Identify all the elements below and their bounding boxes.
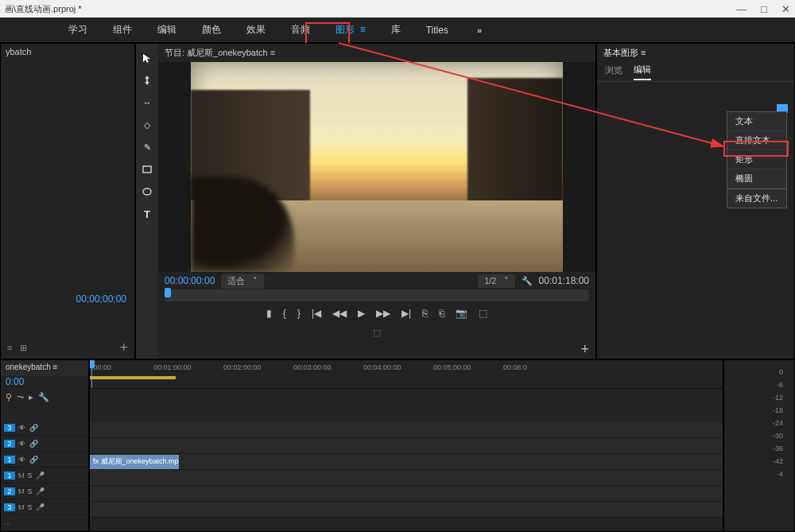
menu-item-vertical-text[interactable]: 直排文本: [727, 131, 786, 150]
program-tab[interactable]: 节目: 威尼斯_onekeybatch ≡: [158, 44, 595, 62]
ruler-tick: 00:02:00:00: [223, 363, 262, 371]
tl-tool-snap-icon[interactable]: ⚲: [6, 392, 12, 405]
track-a3-header[interactable]: 3MS🎤: [1, 499, 88, 515]
track-v1-header[interactable]: 1👁🔗: [1, 452, 88, 468]
export-frame-button[interactable]: 📷: [456, 308, 467, 319]
project-filename: 画\直线动画.prproj *: [5, 3, 82, 15]
track-v2-header[interactable]: 2👁🔗: [1, 436, 88, 452]
rotate-tool-icon[interactable]: ◇: [141, 118, 153, 131]
timeline-header-panel: onekeybatch ≡ 0:00 ⚲ ⤳ ▸ 🔧 3👁🔗 2👁🔗 1👁🔗 1…: [0, 359, 89, 532]
step-forward-button[interactable]: ▶▶: [376, 308, 390, 319]
grid-view-icon[interactable]: ⊞: [20, 343, 27, 353]
program-add-button[interactable]: +: [580, 341, 589, 358]
egp-edit-tab[interactable]: 编辑: [634, 64, 651, 80]
track-a2-row[interactable]: [90, 486, 723, 502]
list-view-icon[interactable]: ≡: [7, 343, 12, 352]
mark-out-button[interactable]: {: [283, 308, 286, 319]
safe-margins-icon[interactable]: ⬚: [373, 328, 381, 338]
rectangle-tool-icon[interactable]: [141, 163, 153, 176]
window-close-button[interactable]: ✕: [781, 3, 790, 15]
ruler-tick: 00:01:00:00: [153, 363, 192, 371]
eye-icon: 👁: [18, 456, 26, 464]
video-clip[interactable]: fx 威尼斯_onekeybatch.mp4: [90, 455, 179, 469]
track-v1-row[interactable]: fx 威尼斯_onekeybatch.mp4: [90, 454, 723, 470]
track-a1-row[interactable]: [90, 470, 723, 486]
workspace-assembly[interactable]: 组件: [100, 18, 145, 41]
program-timecode[interactable]: 00:00:00:00: [165, 275, 215, 286]
menu-item-from-file[interactable]: 来自文件...: [727, 188, 786, 208]
timeline-timecode[interactable]: 0:00: [1, 376, 88, 390]
workspace-effects[interactable]: 效果: [234, 18, 278, 41]
menu-item-ellipse[interactable]: 椭圆: [727, 169, 786, 188]
meter-label: -42: [773, 457, 783, 465]
mark-clip-button[interactable]: }: [297, 308, 301, 319]
sequence-tab[interactable]: onekeybatch ≡: [1, 360, 88, 376]
playback-resolution-dropdown[interactable]: 1/2 ˅: [478, 274, 514, 288]
meter-label: -24: [773, 419, 783, 427]
ruler-tick: :00:00: [91, 363, 111, 371]
workspace-libraries[interactable]: 库: [378, 18, 413, 41]
meter-label: -6: [777, 381, 783, 389]
mic-icon: 🎤: [36, 487, 45, 495]
timeline-tracks-panel[interactable]: :00:00 00:01:00:00 00:02:00:00 00:03:00:…: [89, 359, 723, 532]
ruler-tick: 00:04:00:00: [363, 363, 401, 371]
ruler-tick: 00:03:00:00: [293, 363, 332, 371]
tl-tool-settings-icon[interactable]: 🔧: [38, 392, 49, 405]
workspace-editing[interactable]: 编辑: [145, 18, 189, 41]
playhead-icon[interactable]: [165, 288, 171, 297]
graphics-toolbar: ↔ ◇ ✎ T: [136, 44, 158, 359]
program-scrubber[interactable]: [165, 289, 589, 301]
workspace-color[interactable]: 颜色: [189, 18, 234, 41]
window-maximize-button[interactable]: □: [761, 3, 767, 15]
workspace-learn[interactable]: 学习: [56, 18, 100, 41]
menu-item-text[interactable]: 文本: [727, 112, 786, 131]
vertical-select-tool-icon[interactable]: [141, 74, 153, 87]
pen-tool-icon[interactable]: ✎: [141, 141, 153, 153]
track-v2-row[interactable]: [90, 438, 723, 454]
text-tool-icon[interactable]: T: [141, 208, 153, 220]
egp-browse-tab[interactable]: 浏览: [605, 64, 622, 80]
window-minimize-button[interactable]: —: [736, 3, 747, 15]
step-back-button[interactable]: ◀◀: [332, 308, 347, 319]
source-panel-tab[interactable]: ybatch: [1, 44, 134, 61]
move-tool-icon[interactable]: ↔: [141, 96, 153, 109]
selection-tool-icon[interactable]: [141, 52, 153, 64]
mark-in-button[interactable]: ▮: [266, 308, 272, 319]
ruler-tick: 00:05:00:00: [433, 363, 471, 371]
go-to-in-button[interactable]: |◀: [312, 308, 321, 319]
source-timecode[interactable]: 00;00;00;00: [76, 293, 126, 305]
meter-label: -4: [777, 470, 783, 478]
play-button[interactable]: ▶: [358, 308, 365, 319]
ellipse-tool-icon[interactable]: [141, 185, 153, 198]
track-a3-row[interactable]: [90, 502, 723, 518]
meter-label: -18: [773, 406, 783, 414]
ruler-tick: 00:06:0: [503, 363, 527, 371]
track-v3-header[interactable]: 3👁🔗: [1, 420, 88, 436]
tl-tool-marker-icon[interactable]: ▸: [29, 392, 33, 405]
settings-wrench-icon[interactable]: 🔧: [522, 276, 533, 286]
track-master-header[interactable]: ···: [1, 515, 88, 531]
insert-button[interactable]: ⬚: [479, 308, 487, 319]
timeline-ruler[interactable]: :00:00 00:01:00:00 00:02:00:00 00:03:00:…: [90, 360, 723, 389]
track-a2-header[interactable]: 2MS🎤: [1, 483, 88, 499]
new-item-button[interactable]: +: [119, 340, 128, 356]
extract-button[interactable]: ⎗: [439, 308, 444, 319]
workspace-bar: 学习 组件 编辑 颜色 效果 音频 图形 ≡ 库 Titles »: [0, 17, 795, 43]
zoom-fit-dropdown[interactable]: 适合 ˅: [221, 274, 263, 289]
source-panel-body: 00;00;00;00: [1, 61, 134, 336]
work-area-bar[interactable]: [90, 376, 176, 379]
meter-label: -30: [773, 432, 783, 440]
menu-item-rectangle[interactable]: 矩形: [727, 150, 786, 169]
track-a1-header[interactable]: 1MS🎤: [1, 468, 88, 483]
tl-tool-link-icon[interactable]: ⤳: [17, 392, 24, 405]
lift-button[interactable]: ⎘: [422, 308, 428, 319]
workspace-graphics[interactable]: 图形 ≡: [323, 18, 378, 41]
svg-rect-0: [143, 166, 151, 173]
track-v3-row[interactable]: [90, 422, 723, 438]
workspace-overflow-button[interactable]: »: [477, 25, 482, 35]
workspace-audio[interactable]: 音频: [278, 18, 323, 41]
program-viewer[interactable]: [158, 62, 595, 272]
go-to-out-button[interactable]: ▶|: [401, 308, 411, 319]
mic-icon: 🎤: [36, 503, 45, 511]
workspace-titles[interactable]: Titles: [413, 20, 461, 41]
